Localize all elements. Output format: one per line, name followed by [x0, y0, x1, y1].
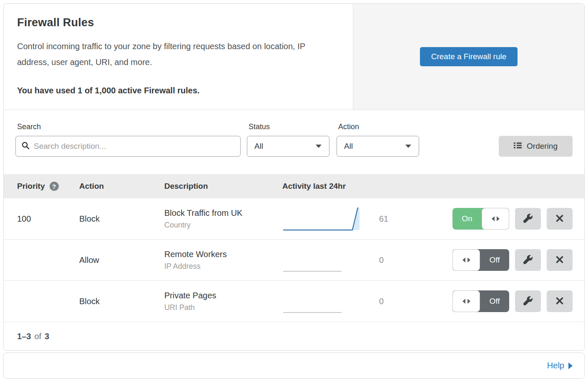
toggle-state-label: Off: [480, 290, 509, 312]
pagination-range: 1–3: [17, 332, 31, 341]
ordering-list-icon: [514, 142, 522, 151]
close-icon: [555, 255, 564, 265]
pagination-total: 3: [45, 332, 49, 341]
ordering-button-label: Ordering: [527, 142, 558, 151]
wrench-icon: [523, 255, 533, 265]
priority-help-icon[interactable]: ?: [50, 182, 59, 191]
action-select[interactable]: All: [337, 136, 419, 157]
cell-description: Remote Workers IP Address: [164, 250, 282, 271]
toggle-knob-icon: [452, 290, 480, 312]
cell-description: Block Traffic from UK Country: [164, 208, 282, 230]
activity-sparkline: [282, 287, 366, 316]
toggle-state-label: On: [452, 208, 482, 230]
cell-action: Allow: [79, 255, 164, 265]
activity-sparkline: [282, 204, 366, 233]
close-icon: [555, 214, 564, 224]
page-description: Control incoming traffic to your zone by…: [17, 38, 338, 70]
table-row: Block Private Pages URI Path 0: [4, 281, 584, 322]
column-header-description: Description: [164, 182, 282, 191]
page-title: Firewall Rules: [17, 16, 339, 29]
action-selected-value: All: [344, 142, 353, 151]
edit-rule-button[interactable]: [515, 249, 541, 271]
cell-action: Block: [79, 214, 164, 224]
toggle-knob-icon: [482, 208, 509, 230]
edit-rule-button[interactable]: [515, 290, 541, 312]
firewall-rules-card: Firewall Rules Control incoming traffic …: [3, 3, 585, 351]
delete-rule-button[interactable]: [547, 290, 573, 312]
rule-description: Remote Workers: [164, 250, 282, 259]
action-label: Action: [337, 122, 419, 131]
search-icon: [22, 142, 30, 151]
delete-rule-button[interactable]: [547, 249, 573, 271]
activity-count: 0: [379, 255, 400, 265]
status-label: Status: [247, 122, 329, 131]
rule-description: Block Traffic from UK: [164, 208, 282, 218]
column-header-priority: Priority ?: [4, 182, 79, 191]
column-header-action: Action: [79, 182, 164, 191]
help-footer: Help: [3, 352, 585, 379]
action-filter-group: Action All: [337, 122, 419, 157]
cell-action: Block: [79, 297, 164, 306]
create-firewall-rule-button[interactable]: Create a Firewall rule: [420, 47, 518, 66]
toggle-knob-icon: [452, 249, 480, 271]
usage-note: You have used 1 of 1,000 active Firewall…: [17, 86, 339, 95]
activity-sparkline: [282, 245, 366, 275]
pagination-of-label: of: [34, 332, 41, 341]
priority-header-label: Priority: [17, 182, 45, 191]
help-link-label: Help: [547, 361, 564, 370]
activity-count: 0: [379, 297, 400, 306]
search-box: [15, 136, 241, 157]
status-filter-group: Status All: [247, 122, 329, 157]
rule-match-type: IP Address: [164, 262, 282, 271]
help-link[interactable]: Help: [547, 361, 573, 370]
table-header-row: Priority ? Action Description Activity l…: [4, 174, 584, 198]
chevron-down-icon: [405, 145, 411, 148]
cell-description: Private Pages URI Path: [164, 291, 282, 312]
filter-bar: Search Status All: [4, 110, 584, 174]
page-header-action-panel: Create a Firewall rule: [353, 4, 584, 110]
rule-enabled-toggle[interactable]: On: [452, 208, 509, 230]
cell-activity: 0 Off: [282, 287, 584, 316]
rule-enabled-toggle[interactable]: Off: [452, 249, 509, 271]
delete-rule-button[interactable]: [547, 208, 573, 230]
search-group: Search: [15, 122, 241, 157]
help-arrow-icon: [568, 362, 573, 369]
close-icon: [555, 297, 564, 306]
search-label: Search: [15, 122, 241, 131]
firewall-rules-page: Firewall Rules Control incoming traffic …: [3, 3, 585, 379]
row-controls: Off: [452, 290, 573, 312]
wrench-icon: [523, 296, 533, 307]
table-row: Allow Remote Workers IP Address 0: [4, 240, 584, 281]
pagination-bar: 1–3 of 3: [4, 322, 584, 350]
rule-enabled-toggle[interactable]: Off: [452, 290, 509, 312]
row-controls: On: [452, 208, 573, 230]
table-row: 100 Block Block Traffic from UK Country …: [4, 198, 584, 240]
cell-activity: 61 On: [282, 204, 584, 233]
row-controls: Off: [452, 249, 573, 271]
status-select[interactable]: All: [247, 136, 329, 157]
rule-match-type: Country: [164, 221, 282, 230]
column-header-activity: Activity last 24hr: [282, 182, 584, 191]
page-header: Firewall Rules Control incoming traffic …: [4, 4, 584, 110]
rule-match-type: URI Path: [164, 303, 282, 312]
activity-count: 61: [379, 214, 400, 224]
page-header-text: Firewall Rules Control incoming traffic …: [4, 4, 353, 110]
chevron-down-icon: [316, 145, 322, 148]
cell-activity: 0 Off: [282, 245, 584, 275]
rule-description: Private Pages: [164, 291, 282, 300]
cell-priority: 100: [4, 214, 79, 224]
status-selected-value: All: [254, 142, 263, 151]
ordering-button[interactable]: Ordering: [499, 136, 573, 157]
toggle-state-label: Off: [480, 249, 509, 271]
edit-rule-button[interactable]: [515, 208, 541, 230]
wrench-icon: [523, 214, 533, 224]
search-input[interactable]: [34, 142, 234, 151]
